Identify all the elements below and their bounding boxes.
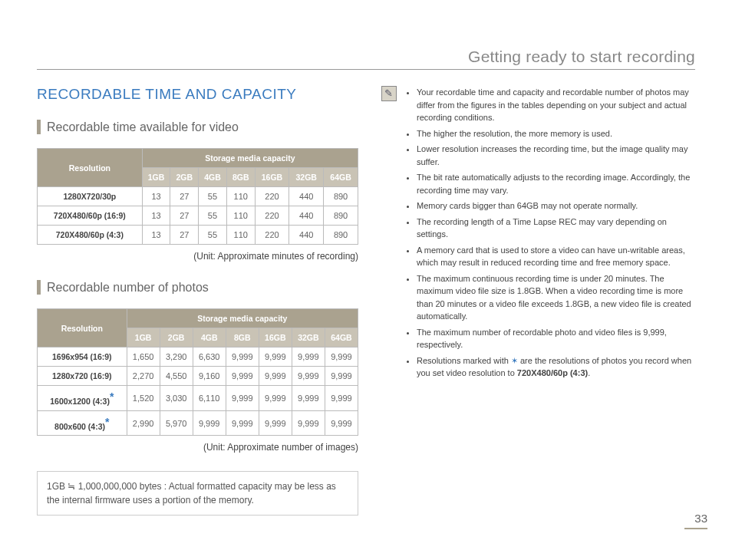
th-col: 16GB	[259, 328, 292, 348]
cell: 13	[142, 226, 170, 245]
cell: 220	[255, 187, 289, 206]
note-icon: ✎	[381, 86, 397, 101]
cell: 110	[226, 187, 255, 206]
note-item: A memory card that is used to store a vi…	[417, 244, 695, 269]
cell: 9,999	[226, 348, 259, 367]
cell: 9,999	[259, 410, 292, 436]
row-label: 720X480/60p (16:9)	[38, 206, 143, 226]
table-row: 1280x720 (16:9)2,2704,5509,1609,9999,999…	[38, 367, 358, 386]
photo-unit-note: (Unit: Approximate number of images)	[37, 442, 358, 453]
cell: 9,999	[292, 348, 325, 367]
cell: 890	[324, 226, 358, 245]
note-item: Memory cards bigger than 64GB may not op…	[417, 199, 695, 212]
th-col: 32GB	[289, 168, 324, 187]
table-row: 1696x954 (16:9)1,6503,2906,6309,9999,999…	[38, 348, 358, 367]
cell: 3,290	[160, 348, 193, 367]
row-label: 1600x1200 (4:3)*	[38, 386, 127, 411]
cell: 27	[170, 187, 199, 206]
th-col: 32GB	[292, 328, 325, 348]
video-unit-note: (Unit: Approximate minutes of recording)	[37, 251, 358, 262]
note-item-star: Resolutions marked with ✶ are the resolu…	[417, 354, 695, 380]
cell: 9,999	[292, 367, 325, 386]
note-item: The maximum number of recordable photo a…	[417, 326, 695, 351]
cell: 440	[289, 187, 324, 206]
note-item: The recording length of a Time Lapse REC…	[417, 216, 695, 241]
cell: 13	[142, 187, 170, 206]
cell: 890	[324, 206, 358, 226]
video-table: Resolution Storage media capacity 1GB2GB…	[37, 148, 358, 245]
note-item: The maximum continuous recording time is…	[417, 272, 695, 323]
footnote-box: 1GB ≒ 1,000,000,000 bytes : Actual forma…	[37, 471, 358, 516]
cell: 9,999	[325, 367, 358, 386]
section1-title: Recordable time available for video	[37, 120, 358, 134]
cell: 5,970	[160, 410, 193, 436]
cell: 3,030	[160, 386, 193, 411]
cell: 27	[170, 206, 199, 226]
cell: 9,999	[193, 410, 226, 436]
cell: 440	[289, 226, 324, 245]
star-icon: *	[105, 416, 109, 428]
note-item: The bit rate automatically adjusts to th…	[417, 171, 695, 196]
star-icon: *	[110, 390, 114, 403]
th-storage: Storage media capacity	[142, 149, 358, 168]
cell: 9,999	[259, 348, 292, 367]
th-col: 1GB	[142, 168, 170, 187]
header-rule	[37, 69, 695, 70]
main-title: RECORDABLE TIME AND CAPACITY	[37, 86, 358, 103]
cell: 13	[142, 206, 170, 226]
cell: 6,630	[193, 348, 226, 367]
row-label: 1280x720 (16:9)	[38, 367, 127, 386]
cell: 9,999	[292, 386, 325, 411]
cell: 1,520	[127, 386, 160, 411]
cell: 9,160	[193, 367, 226, 386]
cell: 55	[199, 187, 227, 206]
note-item: The higher the resolution, the more memo…	[417, 127, 695, 140]
star-icon: ✶	[511, 356, 518, 365]
page-number: 33	[684, 512, 707, 529]
cell: 110	[226, 226, 255, 245]
cell: 27	[170, 226, 199, 245]
cell: 9,999	[325, 386, 358, 411]
cell: 9,999	[325, 348, 358, 367]
th-storage2: Storage media capacity	[127, 309, 358, 328]
section2-title: Recordable number of photos	[37, 280, 358, 295]
table-row: 720X480/60p (4:3)132755110220440890	[38, 226, 358, 245]
table-row: 1280X720/30p132755110220440890	[38, 187, 358, 206]
cell: 9,999	[259, 386, 292, 411]
cell: 4,550	[160, 367, 193, 386]
table-row: 1600x1200 (4:3)*1,5203,0306,1109,9999,99…	[38, 386, 358, 411]
page-header-title: Getting ready to start recording	[468, 48, 695, 66]
cell: 2,990	[127, 410, 160, 436]
cell: 9,999	[226, 386, 259, 411]
th-col: 1GB	[127, 328, 160, 348]
cell: 220	[255, 206, 289, 226]
cell: 9,999	[226, 410, 259, 436]
note-item: Your recordable time and capacity and re…	[417, 86, 695, 124]
cell: 220	[255, 226, 289, 245]
photo-table: Resolution Storage media capacity 1GB2GB…	[37, 308, 358, 436]
th-col: 16GB	[255, 168, 289, 187]
cell: 440	[289, 206, 324, 226]
th-col: 4GB	[193, 328, 226, 348]
table-row: 720X480/60p (16:9)132755110220440890	[38, 206, 358, 226]
note-bold: 720X480/60p (4:3)	[517, 368, 588, 377]
cell: 9,999	[292, 410, 325, 436]
th-col: 2GB	[160, 328, 193, 348]
cell: 9,999	[325, 410, 358, 436]
th-resolution: Resolution	[38, 149, 143, 187]
cell: 890	[324, 187, 358, 206]
cell: 110	[226, 206, 255, 226]
th-col: 64GB	[325, 328, 358, 348]
th-col: 64GB	[324, 168, 358, 187]
cell: 9,999	[259, 367, 292, 386]
row-label: 1696x954 (16:9)	[38, 348, 127, 367]
cell: 9,999	[226, 367, 259, 386]
row-label: 720X480/60p (4:3)	[38, 226, 143, 245]
notes-list: Your recordable time and capacity and re…	[401, 86, 695, 383]
table-row: 800x600 (4:3)*2,9905,9709,9999,9999,9999…	[38, 410, 358, 436]
th-col: 8GB	[226, 168, 255, 187]
th-col: 2GB	[170, 168, 199, 187]
th-resolution2: Resolution	[38, 309, 127, 348]
cell: 55	[199, 206, 227, 226]
th-col: 4GB	[199, 168, 227, 187]
